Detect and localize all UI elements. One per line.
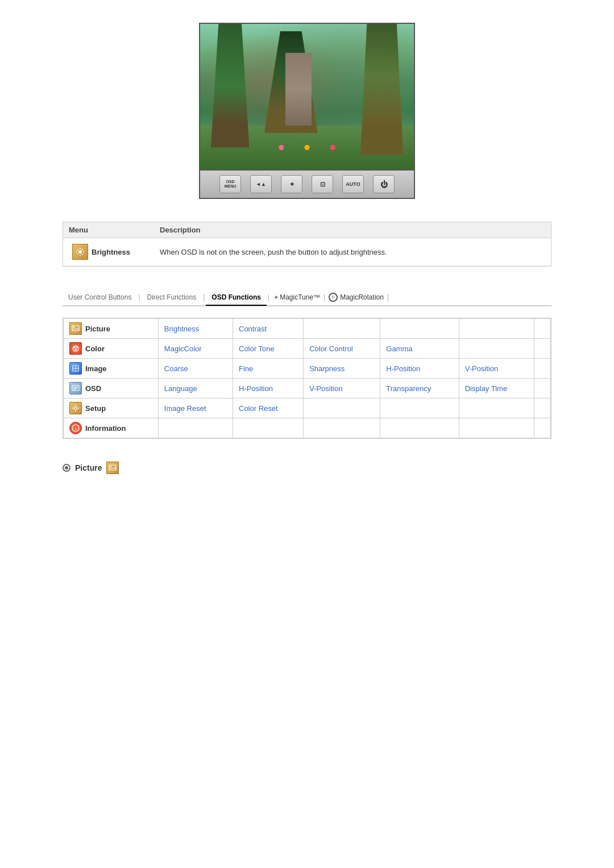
color-reset-link[interactable]: Color Reset bbox=[233, 398, 304, 418]
empty-cell-12 bbox=[534, 398, 550, 418]
sharpness-link[interactable]: Sharpness bbox=[304, 359, 380, 379]
image-label: Image bbox=[85, 364, 107, 373]
gamma-link[interactable]: Gamma bbox=[380, 339, 459, 359]
menu-description-table: Menu Description bbox=[63, 222, 551, 267]
svg-point-0 bbox=[78, 250, 82, 254]
svg-line-8 bbox=[77, 254, 78, 255]
picture-text-label: Picture bbox=[75, 463, 102, 472]
tab-direct-functions[interactable]: Direct Functions bbox=[142, 290, 202, 305]
tab-osd-functions[interactable]: OSD Functions bbox=[206, 290, 267, 306]
information-label: Information bbox=[85, 424, 126, 433]
svg-point-10 bbox=[73, 327, 74, 328]
osd-vposition-link[interactable]: V-Position bbox=[304, 379, 380, 398]
table-row: Color MagicColor Color Tone Color Contro… bbox=[64, 339, 551, 359]
picture-inline-icon bbox=[106, 462, 119, 474]
picture-label-section: Picture bbox=[63, 462, 551, 474]
empty-cell-16 bbox=[380, 418, 459, 438]
image-menu-cell: Image bbox=[64, 359, 159, 379]
monitor-section: OSDMENU ◄▲ ✦ ⊡ AUTO ⏻ bbox=[199, 23, 415, 199]
tab-magictune[interactable]: ✦ MagicTune™ bbox=[271, 290, 322, 305]
brightness-row: Brightness When OSD is not on the screen… bbox=[63, 238, 551, 266]
image-icon bbox=[69, 362, 82, 375]
color-menu-cell: Color bbox=[64, 339, 159, 359]
empty-cell-8 bbox=[534, 379, 550, 398]
table-row: OSD Language H-Position V-Position Trans… bbox=[64, 379, 551, 398]
description-column-header: Description bbox=[160, 226, 545, 234]
information-icon: i bbox=[69, 422, 82, 434]
svg-point-22 bbox=[74, 407, 77, 410]
tab-magicrotation[interactable]: ↻ MagicRotation bbox=[326, 289, 386, 305]
picture-radio[interactable] bbox=[63, 464, 70, 472]
svg-text:i: i bbox=[75, 426, 76, 431]
svg-line-7 bbox=[82, 249, 84, 250]
svg-point-12 bbox=[73, 346, 76, 348]
empty-cell-18 bbox=[534, 418, 550, 438]
svg-point-30 bbox=[110, 466, 111, 467]
osd-menu-button[interactable]: OSDMENU bbox=[219, 175, 241, 193]
monitor-screen bbox=[199, 23, 415, 171]
magictune-label: MagicTune™ bbox=[280, 293, 320, 301]
nav-button[interactable]: ◄▲ bbox=[250, 175, 272, 193]
tab-user-control-buttons[interactable]: User Control Buttons bbox=[63, 290, 137, 305]
color-control-link[interactable]: Color Control bbox=[304, 339, 380, 359]
empty-cell-7 bbox=[534, 359, 550, 379]
color-label: Color bbox=[85, 344, 105, 353]
picture-icon bbox=[69, 322, 82, 335]
fine-link[interactable]: Fine bbox=[233, 359, 304, 379]
osd-label: OSD bbox=[85, 384, 101, 393]
enter-button[interactable]: ⊡ bbox=[312, 175, 333, 193]
empty-cell-5 bbox=[459, 339, 534, 359]
osd-hposition-link[interactable]: H-Position bbox=[233, 379, 304, 398]
table-row: Image Coarse Fine Sharpness H-Position V… bbox=[64, 359, 551, 379]
empty-cell-2 bbox=[380, 319, 459, 339]
menu-column-header: Menu bbox=[69, 226, 160, 234]
empty-cell-13 bbox=[158, 418, 233, 438]
empty-cell-11 bbox=[459, 398, 534, 418]
empty-cell-4 bbox=[534, 319, 550, 339]
coarse-link[interactable]: Coarse bbox=[158, 359, 233, 379]
page-wrapper: OSDMENU ◄▲ ✦ ⊡ AUTO ⏻ Menu Description bbox=[0, 0, 614, 497]
menu-desc-header: Menu Description bbox=[63, 222, 551, 238]
transparency-link[interactable]: Transparency bbox=[380, 379, 459, 398]
table-row: Setup Image Reset Color Reset bbox=[64, 398, 551, 418]
table-row: i Information bbox=[64, 418, 551, 438]
sep-5: | bbox=[386, 293, 390, 301]
pagoda bbox=[285, 53, 311, 126]
information-menu-cell: i Information bbox=[64, 418, 159, 438]
sep-4: | bbox=[322, 293, 326, 301]
flowers bbox=[243, 133, 371, 162]
setup-icon bbox=[69, 402, 82, 414]
sep-2: | bbox=[202, 293, 206, 301]
svg-line-6 bbox=[82, 254, 84, 255]
display-time-link[interactable]: Display Time bbox=[459, 379, 534, 398]
contrast-link[interactable]: Contrast bbox=[233, 319, 304, 339]
monitor-controls: OSDMENU ◄▲ ✦ ⊡ AUTO ⏻ bbox=[199, 171, 415, 199]
brightness-button[interactable]: ✦ bbox=[281, 175, 302, 193]
brightness-icon-cell bbox=[69, 244, 92, 260]
osd-icon bbox=[69, 382, 82, 394]
svg-point-13 bbox=[76, 346, 78, 348]
osd-grid: Picture Brightness Contrast bbox=[63, 318, 551, 438]
empty-cell-15 bbox=[304, 418, 380, 438]
image-reset-link[interactable]: Image Reset bbox=[158, 398, 233, 418]
color-tone-link[interactable]: Color Tone bbox=[233, 339, 304, 359]
vposition-link[interactable]: V-Position bbox=[459, 359, 534, 379]
empty-cell-10 bbox=[380, 398, 459, 418]
brightness-description: When OSD is not on the screen, push the … bbox=[160, 248, 545, 256]
color-icon bbox=[69, 342, 82, 355]
empty-cell-9 bbox=[304, 398, 380, 418]
picture-label: Picture bbox=[85, 325, 110, 333]
language-link[interactable]: Language bbox=[158, 379, 233, 398]
auto-button[interactable]: AUTO bbox=[342, 175, 364, 193]
empty-cell-6 bbox=[534, 339, 550, 359]
magictune-logo: ✦ bbox=[273, 294, 278, 301]
brightness-menu-name: Brightness bbox=[92, 248, 160, 256]
tree-left bbox=[211, 24, 250, 148]
brightness-icon bbox=[72, 244, 88, 260]
magicrotation-label: MagicRotation bbox=[340, 293, 384, 301]
power-button[interactable]: ⏻ bbox=[373, 175, 395, 193]
hposition-link[interactable]: H-Position bbox=[380, 359, 459, 379]
sep-3: | bbox=[267, 293, 271, 301]
magiccolor-link[interactable]: MagicColor bbox=[158, 339, 233, 359]
brightness-link[interactable]: Brightness bbox=[158, 319, 233, 339]
